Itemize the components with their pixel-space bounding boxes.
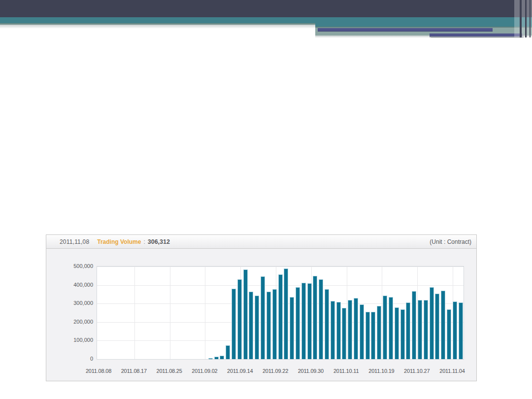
banner-purple-accent-bar-1 [318, 28, 493, 32]
x-axis-label: 2011.08.17 [121, 368, 147, 374]
gridline-horizontal [97, 266, 464, 267]
x-axis-label: 2011.09.14 [227, 368, 253, 374]
banner-teal-strip-left [0, 17, 315, 23]
volume-bar [261, 276, 265, 359]
volume-bar [319, 279, 323, 359]
volume-bar [226, 345, 230, 359]
chart-unit-note: (Unit : Contract) [430, 238, 471, 245]
volume-bar [418, 300, 422, 359]
volume-bar [435, 294, 439, 359]
volume-bar [331, 301, 335, 359]
volume-bar [243, 269, 248, 359]
volume-bar [284, 268, 288, 359]
volume-bar [237, 279, 242, 359]
volume-bar [296, 287, 300, 359]
volume-bar [424, 300, 428, 359]
chart-metric-label: Trading Volume [97, 238, 141, 245]
volume-bar [301, 283, 306, 359]
y-axis-label: 100,000 [46, 337, 93, 343]
banner-teal-strip-right [315, 17, 532, 27]
volume-bar [255, 296, 259, 359]
volume-bar [395, 307, 399, 359]
volume-bar [336, 302, 341, 359]
volume-bar [406, 302, 410, 359]
chart-header: 2011,11,08 Trading Volume : 306,312 (Uni… [46, 235, 476, 249]
volume-bar [290, 297, 294, 359]
y-axis-label: 500,000 [46, 263, 93, 269]
volume-bar [342, 308, 346, 359]
volume-bar [441, 291, 445, 359]
volume-bar [266, 292, 271, 359]
volume-bar [447, 309, 451, 359]
volume-bar [459, 302, 463, 359]
banner-vertical-stripe [522, 0, 525, 37]
volume-bar [307, 283, 312, 359]
volume-bar [412, 291, 416, 359]
volume-bar [214, 357, 219, 359]
volume-bar [278, 274, 283, 359]
volume-bar [430, 287, 434, 359]
volume-bar [366, 312, 370, 359]
trading-volume-chart-panel: 2011,11,08 Trading Volume : 306,312 (Uni… [46, 234, 477, 381]
banner-fade-left [0, 25, 315, 29]
x-axis-label: 2011.08.08 [86, 368, 111, 374]
gridline-vertical [134, 266, 135, 359]
volume-bar [272, 289, 277, 359]
volume-bar [354, 298, 358, 359]
plot-area [97, 266, 464, 360]
volume-bar [400, 309, 405, 359]
gridline-vertical [347, 266, 347, 359]
chart-body: 500,000400,000300,000200,000100,0000 201… [46, 249, 476, 382]
y-axis-label: 400,000 [46, 282, 93, 288]
x-axis-label: 2011.09.30 [298, 368, 324, 374]
volume-bar [313, 276, 317, 359]
banner-dark-bar [0, 0, 532, 17]
gridline-vertical [170, 266, 170, 359]
volume-bar [389, 297, 393, 359]
volume-bar [360, 304, 364, 359]
x-axis-label: 2011.10.27 [404, 368, 430, 374]
gridline-vertical [205, 266, 205, 359]
x-axis-label: 2011.11.04 [439, 368, 465, 374]
volume-bar [453, 301, 457, 359]
volume-bar [220, 356, 224, 359]
y-axis-label: 200,000 [46, 319, 93, 325]
volume-bar [348, 300, 352, 359]
volume-bar [383, 296, 387, 359]
chart-separator: : [143, 238, 145, 245]
banner-vertical-stripe [514, 0, 520, 37]
volume-bar [325, 289, 329, 359]
chart-date: 2011,11,08 [60, 238, 89, 245]
slide-top-banner [0, 0, 532, 39]
x-axis-label: 2011.09.22 [263, 368, 288, 374]
volume-bar [232, 289, 236, 359]
volume-bar [208, 358, 213, 359]
y-axis-label: 300,000 [46, 300, 93, 306]
x-axis-label: 2011.08.25 [156, 368, 182, 374]
volume-bar [371, 312, 375, 359]
x-axis-label: 2011.10.11 [333, 368, 359, 374]
volume-bar [249, 292, 253, 359]
volume-bar [377, 306, 381, 359]
y-axis-label: 0 [46, 356, 93, 362]
chart-latest-value: 306,312 [148, 238, 170, 245]
x-axis-label: 2011.10.19 [368, 368, 394, 374]
x-axis-label: 2011.09.02 [192, 368, 217, 374]
banner-purple-accent-bar-2 [430, 33, 522, 37]
